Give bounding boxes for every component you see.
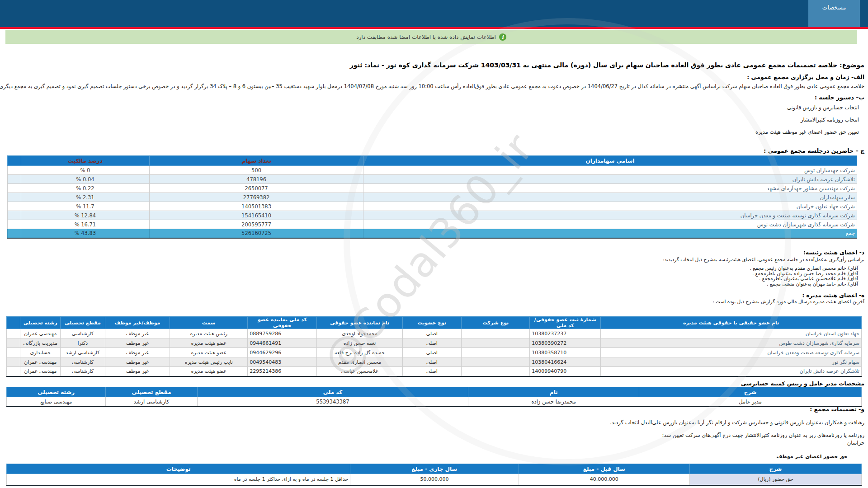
representative-id: 0889759286 — [248, 329, 317, 338]
reg-number: 10380237237 — [530, 329, 601, 338]
table-row: سرمایه گذاری توسعه صنعت ومعدن خراسان 103… — [7, 348, 862, 357]
total-row: جمع 526160725 % 43.83 — [8, 229, 857, 238]
ceo-role: مدیر عامل — [639, 397, 862, 407]
field: مهندسی عمران — [20, 329, 61, 338]
section-chairs-desc: براساس رأی‌گیری به‌عمل‌آمده در جلسه مجمع… — [663, 257, 864, 262]
section-chairs-title: د- اعضای هیئت رئیسه: — [803, 249, 864, 256]
signature-match-notice: i اطلاعات نمایش داده شده با اطلاعات امضا… — [5, 30, 857, 44]
fee-desc: حق حضور (ریال) — [689, 474, 861, 485]
board-members-table: نام عضو حقیقی یا حقوقی هیئت مدیره شمارۀ … — [6, 316, 862, 377]
info-icon: i — [499, 33, 506, 41]
ownership-pct: % 0 — [21, 166, 150, 175]
col-desc: شرح — [639, 387, 862, 397]
membership-type: اصلی — [402, 348, 461, 357]
col-degree: مقطع تحصیلی — [106, 387, 197, 397]
table-row: شرکت جهدسازان توس 500 % 0 — [8, 166, 857, 175]
chair-members-list: آقای/ خانم محسن انصاری مقدم به‌عنوان رئی… — [750, 266, 858, 286]
ceo-name: محمدرضا حسن زاده — [468, 397, 639, 407]
col-duty: موظف/غیر موظف — [105, 317, 170, 329]
table-row: سرمایه گذاری شهرسازان دشت طوس 1038039027… — [7, 338, 862, 348]
representative-id: 2295214386 — [248, 367, 317, 376]
shareholder-name: شرکت جهاد تعاون خراسان — [363, 202, 857, 211]
position: عضو هیئت مدیره — [170, 348, 248, 357]
blank-cell — [8, 175, 21, 184]
table-row: سایر سهامداران 27769382 % 2.31 — [8, 193, 857, 202]
decision-line: رهیافت و همکاران به‌عنوان بازرس قانونی و… — [610, 419, 864, 426]
blank-cell — [8, 220, 21, 229]
share-count: 2650077 — [149, 184, 363, 193]
shareholder-name: شرکت سرمایه گذاری توسعه صنعت و معدن خراس… — [363, 211, 857, 220]
codal-report-page: { "page": { "tab_label": "مشخصات" }, "no… — [0, 0, 868, 488]
company-type — [462, 348, 530, 357]
total-pct: % 43.83 — [21, 229, 150, 238]
table-header-row: شرح سال قبل - مبلغ سال جاری - مبلغ توضیح… — [7, 464, 862, 474]
table-row: شرکت سرمایه گذاری توسعه صنعت و معدن خراس… — [8, 211, 857, 220]
table-row: شرکت جهاد تعاون خراسان 140501383 % 11.7 — [8, 202, 857, 211]
representative: نغمه حسن زاده — [317, 338, 402, 348]
blank-cell — [7, 348, 20, 357]
membership-type: اصلی — [402, 367, 461, 376]
reg-number: 10380390272 — [530, 338, 601, 348]
col-member-name: نام عضو حقیقی یا حقوقی هیئت مدیره — [601, 317, 862, 329]
tab-specifications[interactable]: مشخصات — [808, 0, 860, 27]
col-blank — [8, 156, 21, 166]
ceo-table: شرح نام کد ملی مقطع تحصیلی رشته تحصیلی م… — [6, 387, 862, 407]
section-board-desc: آخرین اعضای هیئت مدیره درسال مالی مورد گ… — [712, 299, 864, 304]
blank-cell — [7, 338, 20, 348]
agenda-item: انتخاب روزنامه کثیرالانتشار — [801, 117, 859, 123]
shareholders-table: اسامی سهامداران تعداد سهام درصد مالکیت ش… — [7, 155, 857, 239]
member-name: سهام نگر نور — [601, 357, 862, 367]
field: مهندسی عمران — [20, 367, 61, 376]
field: حسابداری — [20, 348, 61, 357]
table-header-row: اسامی سهامداران تعداد سهام درصد مالکیت — [8, 156, 857, 166]
notice-text: اطلاعات نمایش داده شده با اطلاعات امضا ش… — [356, 34, 496, 40]
table-row: مدیر عامل محمدرضا حسن زاده 5539343387 کا… — [7, 397, 862, 407]
member-name: جهاد تعاون استان خراسان — [601, 329, 862, 338]
shareholder-name: تلاشگران عرصه دانش تابران — [363, 175, 857, 184]
share-count: 27769382 — [149, 193, 363, 202]
section-board-title: ه- اعضای هیئت مدیره : — [802, 292, 864, 299]
share-count: 500 — [149, 166, 363, 175]
table-row: شرکت مهندسین مشاور جهدآزمای مشهد 2650077… — [8, 184, 857, 193]
section-decisions-title: و- تصمیمات مجمع : — [810, 406, 864, 413]
reg-number: 10380358710 — [530, 348, 601, 357]
fee-note: حداقل 1 جلسه در ماه و به ازای حداکثر 1 ج… — [7, 474, 350, 485]
newspaper-name: خراسان — [847, 440, 864, 446]
table-row: تلاشگران عرصه دانش تابران 478196 % 0.04 — [8, 175, 857, 184]
table-header-row: شرح نام کد ملی مقطع تحصیلی رشته تحصیلی — [7, 387, 862, 397]
red-divider — [0, 27, 868, 29]
col-position: سمت — [170, 317, 248, 329]
blank-cell — [7, 357, 20, 367]
table-row: شرکت سرمایه گذاری شهرسازان دشت توس 20059… — [8, 220, 857, 229]
representative: محسن انصاری مقدم — [317, 357, 402, 367]
ownership-pct: % 11.7 — [21, 202, 150, 211]
fee-current-amount: 50,000,000 — [350, 474, 519, 485]
total-label: جمع — [363, 229, 857, 238]
chair-member: آقای/ خانم محسن انصاری مقدم به‌عنوان رئی… — [750, 266, 858, 271]
ownership-pct: % 16.71 — [21, 220, 150, 229]
col-prev-year-amount: سال قبل - مبلغ — [519, 464, 689, 474]
shareholder-name: سایر سهامداران — [363, 193, 857, 202]
fee-prev-amount: 40,000,000 — [519, 474, 689, 485]
chair-member: آقای/ خانم غلامحسین عباسی به‌عنوان ناظرم… — [750, 276, 858, 282]
membership-type: اصلی — [402, 338, 461, 348]
reg-number: 14009940790 — [530, 367, 601, 376]
agenda-item: انتخاب حسابرس و بازرس قانونی — [787, 104, 859, 111]
section-b-title: ب– دستور جلسه : — [815, 94, 864, 101]
blank-cell — [8, 193, 21, 202]
degree: دکترا — [61, 338, 105, 348]
representative: غلامحسین عباسی — [317, 367, 402, 376]
agenda-item: تعیین حق حضور اعضای غیر موظف هیئت مدیره — [755, 129, 859, 135]
share-count: 478196 — [149, 175, 363, 184]
representative-id: 0944661491 — [248, 338, 317, 348]
position: نایب رئیس هیئت مدیره — [170, 357, 248, 367]
degree: کارشناسی — [61, 329, 105, 338]
reg-number: 10380416624 — [530, 357, 601, 367]
company-type — [462, 367, 530, 376]
position: رئیس هیئت مدیره — [170, 329, 248, 338]
degree: کارشناسی — [61, 367, 105, 376]
ownership-pct: % 0.22 — [21, 184, 150, 193]
fee-section-label: حق حضور اعضای غیر موظف — [776, 454, 848, 460]
ownership-pct: % 0.04 — [21, 175, 150, 184]
table-header-row: نام عضو حقیقی یا حقوقی هیئت مدیره شمارۀ … — [7, 317, 862, 329]
